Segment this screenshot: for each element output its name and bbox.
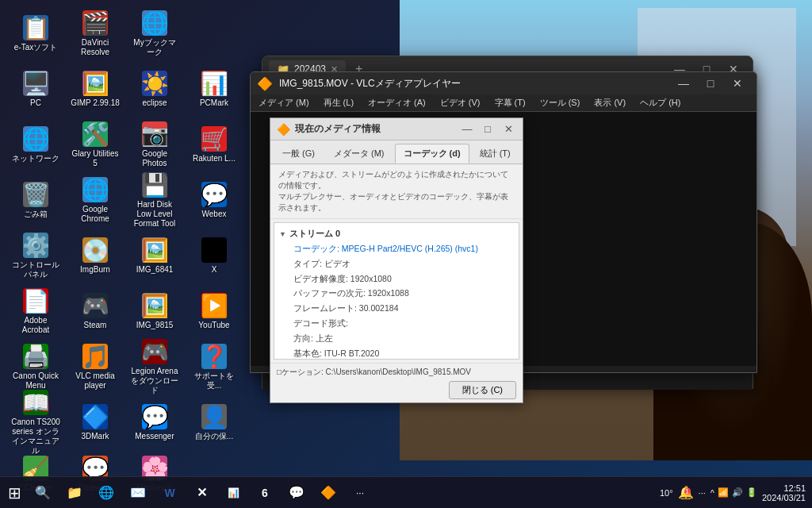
vlc-close[interactable]: ✕: [725, 75, 750, 91]
desktop-icon-x[interactable]: ✖X: [186, 230, 242, 282]
desktop-icon-youtube[interactable]: ▶️YouTube: [186, 286, 242, 337]
pc-icon: 🖥️: [23, 71, 48, 96]
desktop-icon-vlcplayer[interactable]: 🎵VLC media player: [67, 341, 123, 393]
tab-general[interactable]: 一般 (G): [274, 144, 324, 164]
media-info-minimize[interactable]: —: [459, 121, 475, 137]
taskbar-wifi[interactable]: 📶: [718, 487, 729, 498]
taskbar-word[interactable]: W: [155, 479, 184, 507]
webex-label: Webex: [202, 210, 227, 219]
pcmark-icon: 📊: [201, 71, 227, 96]
canonts200-icon: 📖: [23, 390, 48, 415]
taskbar-right-area: 10° 🔔 1 ··· ^ 📶 🔊 🔋 12:51 2024/03/21: [660, 483, 812, 502]
img9815-label: IMG_9815: [136, 321, 174, 330]
stream-0-color: 基本色: ITU-R BT.2020: [278, 346, 515, 360]
codec-tree[interactable]: ▼ ストリーム 0 コーデック: MPEG-H Part2/HEVC (H.26…: [274, 222, 519, 360]
taskbar-chat[interactable]: 💬: [282, 479, 311, 507]
harddisk-label: Hard Disk Low Level Format Tool: [130, 200, 179, 229]
desktop-icon-img9815[interactable]: 🖼️IMG_9815: [127, 286, 182, 337]
tab-stats[interactable]: 統計 (T): [471, 144, 519, 164]
jibun-label: 自分の保...: [195, 432, 233, 441]
desktop-icon-rakuten[interactable]: 🛒Rakuten L...: [186, 119, 242, 171]
desktop-icon-support[interactable]: ❓サポートを受...: [186, 341, 242, 393]
taskbar-clock[interactable]: 12:51 2024/03/21: [762, 483, 806, 502]
taskbar-file-explorer[interactable]: 📁: [60, 479, 89, 507]
taskbar-chrome[interactable]: 🌐: [92, 479, 121, 507]
steam-icon: 🎮: [82, 293, 108, 318]
location-label: □ケーション:: [277, 368, 326, 376]
desktop-icon-imgburn[interactable]: 💿ImgBurn: [67, 230, 123, 282]
tab-metadata[interactable]: メダータ (M): [325, 144, 393, 164]
desktop-icon-canonquick[interactable]: 🖨️Canon Quick Menu: [8, 341, 63, 393]
img6841-label: IMG_6841: [136, 265, 174, 275]
tab-codec[interactable]: コーデック (d): [395, 144, 469, 164]
taskbar-excel[interactable]: 📊: [219, 479, 247, 507]
taskbar-search[interactable]: 🔍: [29, 479, 57, 507]
desktop-icon-legionarena[interactable]: 🎮Legion Arena をダウンロード: [127, 341, 182, 393]
desktop-icon-controlpanel[interactable]: ⚙️コントロール パネル: [8, 230, 63, 282]
desktop-icon-steam[interactable]: 🎮Steam: [67, 286, 123, 337]
desktop-icon-webex[interactable]: 💬Webex: [186, 175, 242, 226]
x-label: X: [212, 265, 217, 275]
vlc-maximize[interactable]: □: [698, 75, 723, 91]
vlc-menu-m[interactable]: メディア (M): [255, 97, 312, 109]
media-info-dialog[interactable]: 🔶 現在のメディア情報 — □ ✕ 一般 (G) メダータ (M) コーデック …: [270, 117, 523, 403]
desktop-icon-img6841[interactable]: 🖼️IMG_6841: [127, 230, 182, 282]
desktop-icon-trash[interactable]: 🗑️ごみ箱: [8, 175, 63, 226]
desktop-icon-jibun[interactable]: 👤自分の保...: [186, 397, 242, 448]
taskbar-x[interactable]: ✕: [187, 479, 216, 507]
taskbar-notifications[interactable]: 🔔 1: [678, 485, 694, 500]
dialog-close-button[interactable]: 閉じる (C): [449, 381, 516, 399]
desktop-icon-3dmark[interactable]: 🔷3DMark: [67, 397, 123, 448]
stream-0-group: ▼ ストリーム 0 コーデック: MPEG-H Part2/HEVC (H.26…: [278, 226, 515, 360]
adobeacrobat-icon: 📄: [23, 288, 48, 314]
taskbar-6app[interactable]: 6: [251, 479, 279, 507]
vlc-menu-s[interactable]: ツール (S): [537, 97, 584, 109]
taskbar-overflow[interactable]: ···: [346, 479, 374, 507]
media-info-maximize[interactable]: □: [480, 121, 496, 137]
desktop-icon-canonts200[interactable]: 📖Canon TS200 series オンラインマニュアル: [8, 397, 63, 448]
desktop: 📋e-Taxソフト🎬DaVinci Resolve🌐Myブックマーク🖥️PC🖼️…: [0, 0, 812, 508]
desktop-icon-empty1[interactable]: [186, 8, 242, 60]
legionarena-icon: 🎮: [142, 339, 167, 364]
eclipse-label: eclipse: [142, 98, 167, 108]
desktop-icon-eclipse[interactable]: ☀️eclipse: [127, 64, 182, 115]
location-text: □ケーション: C:\Users\kanon\Desktop\IMG_9815.…: [277, 367, 516, 378]
desktop-icon-mybookmark[interactable]: 🌐Myブックマーク: [127, 8, 182, 60]
desktop-icons-area: 📋e-Taxソフト🎬DaVinci Resolve🌐Myブックマーク🖥️PC🖼️…: [0, 0, 254, 460]
taskbar-battery[interactable]: 🔋: [746, 487, 757, 498]
desktop-icon-harddisk[interactable]: 💾Hard Disk Low Level Format Tool: [127, 175, 182, 226]
trash-label: ごみ箱: [24, 210, 48, 219]
desktop-icon-etax[interactable]: 📋e-Taxソフト: [8, 8, 63, 60]
taskbar-volume[interactable]: 🔊: [732, 487, 743, 498]
desktop-icon-messenger[interactable]: 💬Messenger: [127, 397, 182, 448]
desktop-icon-glary[interactable]: 🛠️Glary Utilities 5: [67, 119, 123, 171]
media-info-close-btn[interactable]: ✕: [500, 121, 516, 137]
media-info-icon: 🔶: [277, 123, 290, 136]
desktop-icon-googlephotos[interactable]: 📷Google Photos: [127, 119, 182, 171]
vlc-menu-t[interactable]: 字幕 (T): [492, 97, 529, 109]
taskbar-chevron[interactable]: ^: [710, 488, 714, 498]
vlc-minimize[interactable]: —: [671, 75, 696, 91]
vlc-menu-v[interactable]: ビデオ (V): [437, 97, 484, 109]
vlc-menu-a[interactable]: オーディオ (A): [365, 97, 429, 109]
stream-0-framerate: フレームレート: 30.002184: [278, 301, 515, 316]
taskbar-more[interactable]: ···: [699, 488, 706, 498]
taskbar-vlc[interactable]: 🔶: [314, 479, 343, 507]
desktop-icon-network[interactable]: 🌐ネットワーク: [8, 119, 63, 171]
desktop-icon-davinci[interactable]: 🎬DaVinci Resolve: [67, 8, 123, 60]
stream-0-arrow: ▼: [279, 230, 286, 238]
desktop-icon-gimp[interactable]: 🖼️GIMP 2.99.18: [67, 64, 123, 115]
desktop-icon-pcmark[interactable]: 📊PCMark: [186, 64, 242, 115]
vlc-menu-l[interactable]: 再生 (L): [320, 97, 358, 109]
vlc-menu-v[interactable]: 表示 (V): [591, 97, 629, 109]
stream-0-header[interactable]: ▼ ストリーム 0: [278, 226, 515, 241]
trash-icon: 🗑️: [23, 182, 48, 207]
desktop-icon-adobeacrobat[interactable]: 📄Adobe Acrobat: [8, 286, 63, 337]
taskbar-mail[interactable]: ✉️: [124, 479, 152, 507]
desktop-icon-pc[interactable]: 🖥️PC: [8, 64, 63, 115]
desktop-icon-googlechrome[interactable]: 🌐Google Chrome: [67, 175, 123, 226]
vlc-menu-h[interactable]: ヘルプ (H): [637, 97, 684, 109]
stream-0-buffer: バッファーの次元: 1920x1088: [278, 286, 515, 301]
start-button[interactable]: ⊞: [0, 479, 29, 507]
rakuten-label: Rakuten L...: [193, 154, 236, 164]
